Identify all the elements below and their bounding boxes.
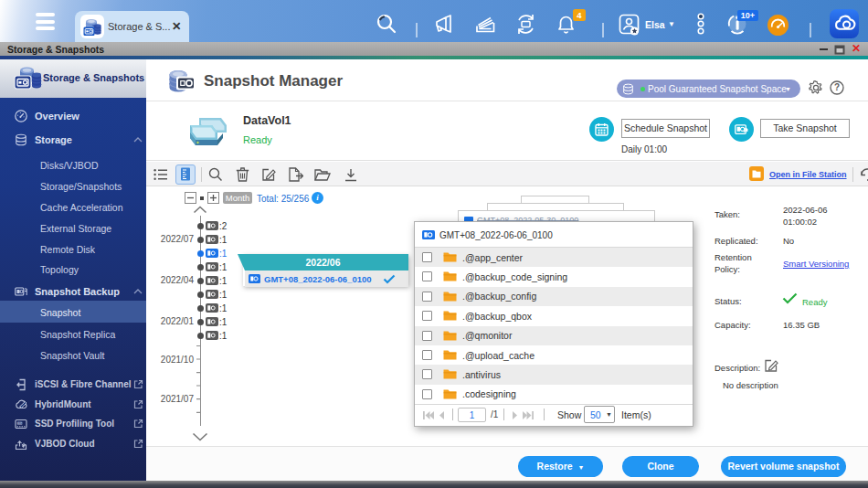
svg-text:SSD: SSD [17, 421, 22, 425]
svg-text:?: ? [834, 82, 840, 92]
